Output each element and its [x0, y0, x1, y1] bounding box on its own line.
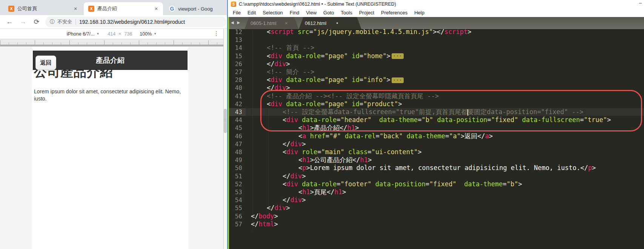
- code-line-50[interactable]: 50<p>Lorem ipsum dolor sit amet, consect…: [229, 164, 644, 172]
- code-editor[interactable]: 12<script src="js/jquery.mobile-1.4.5.mi…: [229, 29, 644, 249]
- code-text: </body>: [246, 212, 278, 220]
- code-line-14[interactable]: 14<!-- 首頁 -->: [229, 44, 644, 52]
- window-edge-accent: [228, 17, 229, 249]
- zoom-selector[interactable]: 100%: [140, 31, 152, 37]
- forward-icon[interactable]: →: [19, 18, 27, 26]
- code-line-45[interactable]: 45<h1>產品介紹</h1>: [229, 124, 644, 132]
- devtools-more-options-icon[interactable]: ⋮: [214, 30, 219, 37]
- menu-tools[interactable]: Tools: [337, 9, 355, 16]
- code-text: </div>: [246, 84, 290, 92]
- code-line-43[interactable]: 43<!-- 設定全螢幕data-fullscreen="true"前提,頁首頁…: [229, 108, 644, 116]
- editor-tab[interactable]: 0612.html●: [299, 17, 361, 29]
- menu-help[interactable]: Help: [411, 9, 428, 16]
- reload-icon[interactable]: ⟳: [32, 18, 41, 26]
- code-line-48[interactable]: 48<div role="main" class="ui-content">: [229, 148, 644, 156]
- sublime-title-bar: S C:\xampp\htdocs\webdesign\0612.html • …: [228, 0, 644, 8]
- code-text: <!-- 設定全螢幕data-fullscreen="true"前提,頁首頁尾都…: [246, 108, 583, 116]
- chrome-tab-strip: X公司首頁✕X產品介紹✕Gviewport - Goog: [0, 0, 227, 15]
- back-page-button[interactable]: 返回: [35, 56, 56, 70]
- code-line-47[interactable]: 47</div>: [229, 140, 644, 148]
- tab-close-icon[interactable]: ✕: [285, 21, 288, 25]
- folded-code-icon[interactable]: ···: [392, 77, 404, 83]
- menu-selection[interactable]: Selection: [259, 9, 286, 16]
- tab-close-icon[interactable]: ✕: [153, 6, 159, 12]
- editor-tab[interactable]: 0605-1.html✕: [244, 17, 299, 29]
- code-text: [246, 36, 267, 44]
- line-number: 15: [229, 52, 246, 60]
- scrollbar-thumb[interactable]: ∷∷: [224, 109, 227, 133]
- line-number: 51: [229, 172, 246, 180]
- chrome-window: X公司首頁✕X產品介紹✕Gviewport - Goog ← → ⟳ ⓘ 不安全…: [0, 0, 227, 249]
- line-number: 26: [229, 60, 246, 68]
- code-text: <div data-role="header" data-theme="b" d…: [246, 116, 611, 124]
- code-line-13[interactable]: 13: [229, 36, 644, 44]
- code-text: <div data-role="page" id="product">: [246, 100, 402, 108]
- code-line-42[interactable]: 42<div data-role="page" id="product">: [229, 100, 644, 108]
- code-line-15[interactable]: 15<div data-role="page" id="home">···: [229, 52, 644, 60]
- code-line-49[interactable]: 49<h1>公司產品介紹</h1>: [229, 156, 644, 164]
- code-text: <div data-role="footer" data-position="f…: [246, 180, 522, 188]
- tab-title: 產品介紹: [97, 5, 150, 12]
- code-line-54[interactable]: 54</div>: [229, 196, 644, 204]
- browser-tab[interactable]: Gviewport - Goog: [164, 2, 227, 15]
- code-line-41[interactable]: 41<!-- 產品介紹 --><!-- 設定全螢幕即隱藏頁首頁尾 -->: [229, 92, 644, 100]
- line-number: 57: [229, 220, 246, 228]
- line-number: 52: [229, 180, 246, 188]
- code-line-56[interactable]: 56</body>: [229, 212, 644, 220]
- menu-edit[interactable]: Edit: [244, 9, 259, 16]
- menu-project[interactable]: Project: [356, 9, 378, 16]
- menu-view[interactable]: View: [303, 9, 320, 16]
- address-bar[interactable]: ⓘ 不安全 192.168.10.32/webdesign/0612.html#…: [45, 17, 226, 27]
- scrollbar-track[interactable]: [224, 29, 227, 249]
- code-line-55[interactable]: 55</div>: [229, 204, 644, 212]
- code-line-27[interactable]: 27<!-- 簡介 -->: [229, 68, 644, 76]
- page-info-icon[interactable]: ⓘ: [50, 19, 55, 25]
- code-text: <h1>產品介紹</h1>: [246, 124, 359, 132]
- folded-code-icon[interactable]: ···: [392, 53, 404, 59]
- menu-goto[interactable]: Goto: [320, 9, 337, 16]
- code-line-26[interactable]: 26</div>: [229, 60, 644, 68]
- device-width-field[interactable]: 414: [108, 31, 115, 37]
- code-line-12[interactable]: 12<script src="js/jquery.mobile-1.4.5.mi…: [229, 29, 644, 36]
- code-text: <div data-role="page" id="info">···: [246, 76, 404, 84]
- code-line-51[interactable]: 51</div>: [229, 172, 644, 180]
- security-label: 不安全: [57, 19, 72, 25]
- page-paragraph: Lorem ipsum dolor sit amet, consectetur …: [34, 88, 184, 102]
- code-text: <!-- 首頁 -->: [246, 44, 314, 52]
- chevron-down-icon: ▼: [96, 32, 99, 36]
- code-line-53[interactable]: 53<h1>頁尾</h1>: [229, 188, 644, 196]
- code-line-57[interactable]: 57</html>: [229, 220, 644, 228]
- line-number: 40: [229, 84, 246, 92]
- line-number: 44: [229, 116, 246, 124]
- code-line-52[interactable]: 52<div data-role="footer" data-position=…: [229, 180, 644, 188]
- code-text: <div data-role="page" id="home">···: [246, 52, 404, 60]
- tab-nav-arrows-icon[interactable]: ◀ ▶: [231, 20, 241, 25]
- code-line-28[interactable]: 28<div data-role="page" id="info">···: [229, 76, 644, 84]
- code-text: </div>: [246, 60, 290, 68]
- sublime-tab-strip: ◀ ▶ 0605-1.html✕0612.html●: [228, 17, 644, 29]
- code-text: </html>: [246, 220, 278, 228]
- browser-tab[interactable]: X公司首頁✕: [4, 2, 82, 15]
- browser-tab[interactable]: X產品介紹✕: [84, 2, 163, 15]
- line-number: 47: [229, 140, 246, 148]
- line-number: 49: [229, 156, 246, 164]
- code-line-46[interactable]: 46<a href="#" data-rel="back" data-theme…: [229, 132, 644, 140]
- chevron-down-icon: ▼: [154, 32, 157, 36]
- menu-find[interactable]: Find: [286, 9, 303, 16]
- code-text: <p>Lorem ipsum dolor sit amet, consectet…: [246, 164, 596, 172]
- device-selector[interactable]: iPhone 6/7/...: [67, 31, 95, 37]
- code-line-40[interactable]: 40</div>: [229, 84, 644, 92]
- device-viewport: 公司產品介紹 產品介紹 返回 Lorem ipsum dolor sit ame…: [32, 46, 188, 249]
- code-text: </div>: [246, 172, 306, 180]
- code-line-44[interactable]: 44<div data-role="header" data-theme="b"…: [229, 116, 644, 124]
- back-icon[interactable]: ←: [5, 18, 14, 26]
- tab-close-icon[interactable]: ✕: [72, 6, 78, 12]
- line-number: 54: [229, 196, 246, 204]
- menu-preferences[interactable]: Preferences: [378, 9, 411, 16]
- menu-file[interactable]: File: [229, 9, 244, 16]
- tab-title: viewport - Goog: [178, 6, 223, 12]
- line-number: 13: [229, 36, 246, 44]
- device-height-field[interactable]: 736: [124, 31, 132, 37]
- line-number: 45: [229, 124, 246, 132]
- minimize-button[interactable]: –: [638, 0, 643, 6]
